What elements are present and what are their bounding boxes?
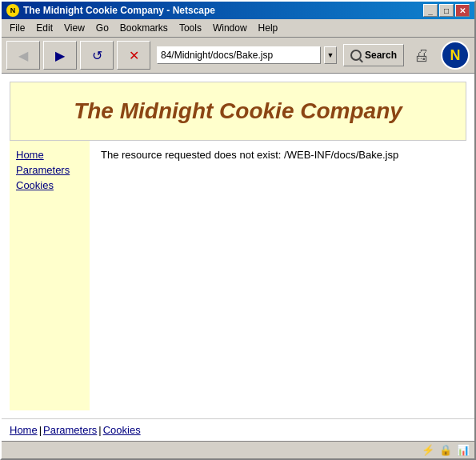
reload-icon: ↺ — [92, 48, 102, 63]
stop-button[interactable]: ✕ — [117, 41, 150, 70]
status-icon-3: 📊 — [457, 444, 470, 456]
status-icon-2: 🔒 — [439, 444, 452, 456]
minimize-button[interactable]: _ — [423, 4, 438, 17]
back-button[interactable]: ◀ — [6, 41, 40, 70]
toolbar: ◀ ▶ ↺ ✕ ▼ Search 🖨 N — [2, 38, 474, 74]
title-bar-buttons: _ □ ✕ — [423, 4, 470, 17]
status-icon-1: ⚡ — [422, 444, 434, 456]
footer-sep-2: | — [98, 424, 101, 436]
menu-item-edit[interactable]: Edit — [31, 21, 58, 35]
address-bar: ▼ — [157, 46, 337, 64]
footer-bar: Home | Parameters | Cookies — [2, 418, 474, 441]
forward-button[interactable]: ▶ — [43, 41, 77, 70]
footer-link-parameters[interactable]: Parameters — [43, 424, 97, 436]
title-bar-left: N The Midnight Cookie Company - Netscape — [6, 4, 215, 17]
forward-icon: ▶ — [55, 48, 65, 63]
error-message: The resource requested does not exist: /… — [101, 149, 455, 161]
footer-link-cookies[interactable]: Cookies — [103, 424, 141, 436]
title-bar: N The Midnight Cookie Company - Netscape… — [2, 2, 474, 19]
maximize-button[interactable]: □ — [439, 4, 454, 17]
search-label: Search — [365, 50, 397, 61]
menu-item-help[interactable]: Help — [254, 21, 283, 35]
menu-item-window[interactable]: Window — [208, 21, 252, 35]
menu-item-bookmarks[interactable]: Bookmarks — [115, 21, 173, 35]
main-content: The resource requested does not exist: /… — [90, 141, 466, 410]
print-icon[interactable]: 🖨 — [407, 42, 436, 68]
footer-link-home[interactable]: Home — [10, 424, 38, 436]
header-banner: The Midnight Cookie Company — [10, 82, 466, 141]
search-button[interactable]: Search — [343, 44, 404, 66]
content-layout: Home Parameters Cookies The resource req… — [2, 141, 474, 418]
menu-item-go[interactable]: Go — [91, 21, 114, 35]
sidebar-link-home[interactable]: Home — [16, 149, 83, 161]
menu-item-file[interactable]: File — [5, 21, 30, 35]
sidebar-link-cookies[interactable]: Cookies — [16, 179, 83, 191]
sidebar-link-parameters[interactable]: Parameters — [16, 164, 83, 176]
window-title: The Midnight Cookie Company - Netscape — [23, 5, 215, 16]
footer-sep-1: | — [39, 424, 42, 436]
reload-button[interactable]: ↺ — [80, 41, 114, 70]
search-icon — [350, 50, 362, 61]
status-bar: ⚡ 🔒 📊 — [2, 441, 474, 458]
page-area: The Midnight Cookie Company Home Paramet… — [2, 74, 474, 441]
menu-item-tools[interactable]: Tools — [174, 21, 206, 35]
browser-window: N The Midnight Cookie Company - Netscape… — [0, 0, 476, 460]
address-dropdown[interactable]: ▼ — [324, 46, 337, 64]
menu-bar: FileEditViewGoBookmarksToolsWindowHelp — [2, 19, 474, 38]
address-input[interactable] — [157, 46, 321, 64]
sidebar: Home Parameters Cookies — [10, 141, 90, 410]
browser-icon: N — [6, 4, 19, 17]
site-title: The Midnight Cookie Company — [34, 98, 442, 124]
back-icon: ◀ — [18, 48, 28, 63]
stop-icon: ✕ — [129, 48, 139, 63]
menu-item-view[interactable]: View — [59, 21, 90, 35]
netscape-logo: N — [441, 41, 470, 70]
close-button[interactable]: ✕ — [455, 4, 470, 17]
toolbar-right: 🖨 N — [407, 41, 470, 70]
